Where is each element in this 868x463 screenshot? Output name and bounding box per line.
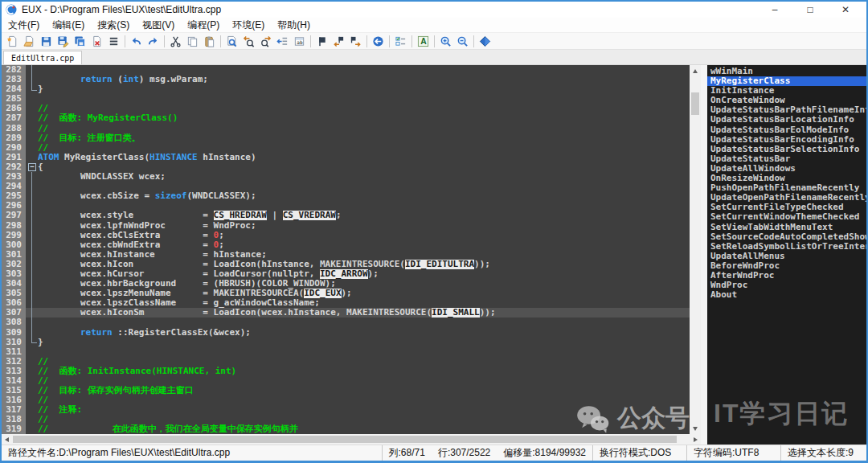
symbol-item[interactable]: UpdateStatusBarSelectionInfo	[707, 145, 866, 154]
symbol-item[interactable]: PushOpenPathFilenameRecently	[707, 183, 866, 193]
code-line[interactable]: 288//	[2, 124, 690, 133]
code-line[interactable]: 293 WNDCLASSEX wcex;	[2, 172, 690, 182]
code-line[interactable]: 316//	[2, 395, 690, 405]
code-line[interactable]: 300 wcex.cbWndExtra = 0;	[2, 240, 690, 250]
code-line[interactable]: 305 wcex.lpszMenuName = MAKEINTRESOURCEA…	[2, 289, 690, 298]
symbol-item[interactable]: UpdateStatusBarLocationInfo	[707, 115, 866, 125]
code-line[interactable]: 304 wcex.hbrBackground = (HBRUSH)(COLOR_…	[2, 279, 690, 289]
menu-item-v[interactable]: 视图(V)	[136, 18, 181, 33]
goto-line-icon[interactable]	[274, 34, 291, 48]
code-line[interactable]: 291ATOM MyRegisterClass(HINSTANCE hInsta…	[2, 153, 690, 162]
fold-marker-icon[interactable]: −	[26, 162, 38, 172]
splitter[interactable]	[701, 65, 707, 445]
zoom-in-icon[interactable]	[437, 34, 454, 48]
code-line[interactable]: 299 wcex.cbClsExtra = 0;	[2, 231, 690, 240]
code-line[interactable]: 284}	[2, 84, 690, 94]
open-file-icon[interactable]	[21, 34, 38, 48]
copy-icon[interactable]	[184, 34, 201, 48]
undo-icon[interactable]	[128, 34, 145, 48]
symbol-item[interactable]: About	[707, 290, 866, 300]
symbol-item[interactable]: SetCurrentFileTypeChecked	[707, 203, 866, 212]
symbol-item[interactable]: UpdateAllMenus	[707, 252, 866, 261]
symbol-item[interactable]: UpdateStatusBar	[707, 154, 866, 164]
menu-item-e[interactable]: 环境(E)	[226, 18, 271, 33]
symbol-item[interactable]: WndProc	[707, 281, 866, 290]
editor-vertical-scrollbar[interactable]	[690, 65, 701, 434]
vertical-scroll-thumb[interactable]	[691, 92, 699, 115]
close-icon[interactable]: ✕	[828, 2, 863, 18]
highlight-icon[interactable]: A	[415, 34, 432, 48]
symbol-item[interactable]: UpdateStatusBarEolModeInfo	[707, 125, 866, 135]
code-line[interactable]: 302 wcex.hIcon = LoadIcon(hInstance, MAK…	[2, 260, 690, 269]
scroll-right-icon[interactable]	[694, 437, 698, 442]
cut-icon[interactable]	[167, 34, 184, 48]
redo-icon[interactable]	[145, 34, 162, 48]
code-line[interactable]: 287// 函数: MyRegisterClass()	[2, 113, 690, 123]
code-line[interactable]: 308	[2, 318, 690, 327]
symbol-item-selected[interactable]: MyRegisterClass	[707, 76, 866, 86]
find-prev-icon[interactable]	[240, 34, 257, 48]
find-next-icon[interactable]	[257, 34, 274, 48]
paste-icon[interactable]	[201, 34, 218, 48]
symbol-item[interactable]: InitInstance	[707, 86, 866, 96]
code-line[interactable]: 307 wcex.hIconSm = LoadIcon(wcex.hInstan…	[2, 308, 690, 318]
horizontal-scroll-thumb[interactable]	[13, 436, 677, 443]
code-line[interactable]: 309 return ::RegisterClassEx(&wcex);	[2, 328, 690, 338]
symbol-item[interactable]: OnResizeWindow	[707, 174, 866, 183]
code-line[interactable]: 290//	[2, 143, 690, 153]
code-line[interactable]: 294	[2, 182, 690, 191]
symbol-item[interactable]: SetViewTabWidthMenuText	[707, 223, 866, 232]
menu-item-p[interactable]: 编程(P)	[181, 18, 226, 33]
code-line[interactable]: 303 wcex.hCursor = LoadCursor(nullptr, I…	[2, 269, 690, 279]
menu-item-s[interactable]: 搜索(S)	[91, 18, 136, 33]
tab-editultra-cpp[interactable]: EditUltra.cpp	[3, 51, 82, 64]
code-line[interactable]: 306 wcex.lpszClassName = g_acWindowClass…	[2, 298, 690, 308]
file-list-icon[interactable]	[105, 34, 122, 48]
zoom-out-icon[interactable]	[454, 34, 471, 48]
code-line[interactable]: 310}	[2, 338, 690, 347]
symbol-item[interactable]: BeforeWndProc	[707, 261, 866, 271]
minimize-icon[interactable]: –	[757, 2, 792, 18]
symbol-item[interactable]: SetSourceCodeAutoCompletedShowAf	[707, 232, 866, 242]
menu-item-e[interactable]: 编辑(E)	[46, 18, 91, 33]
editor-horizontal-scrollbar[interactable]	[2, 434, 701, 445]
menu-item-f[interactable]: 文件(F)	[2, 18, 46, 33]
bookmark-icon[interactable]	[313, 34, 330, 48]
symbol-item[interactable]: UpdateStatusBarEncodingInfo	[707, 135, 866, 145]
code-line[interactable]: 315// 目标: 保存实例句柄并创建主窗口	[2, 386, 690, 395]
maximize-icon[interactable]: □	[792, 2, 828, 18]
close-file-icon[interactable]	[88, 34, 105, 48]
code-line[interactable]: 282	[2, 65, 690, 75]
code-line[interactable]: 318//	[2, 415, 690, 424]
code-line[interactable]: 296	[2, 201, 690, 211]
symbol-item[interactable]: UpdateStatusBarPathFilenameInfo	[707, 105, 866, 115]
save-all-icon[interactable]	[72, 34, 88, 48]
find-icon[interactable]	[223, 34, 240, 48]
back-icon[interactable]	[370, 34, 387, 48]
scroll-left-icon[interactable]	[5, 437, 9, 442]
code-line[interactable]: 285	[2, 94, 690, 104]
code-line[interactable]: 313// 函数: InitInstance(HINSTANCE, int)	[2, 367, 690, 376]
code-line[interactable]: 295 wcex.cbSize = sizeof(WNDCLASSEX);	[2, 191, 690, 201]
code-line[interactable]: 317// 注释:	[2, 405, 690, 415]
symbol-item[interactable]: OnCreateWindow	[707, 96, 866, 105]
code-line[interactable]: 289// 目标: 注册窗口类。	[2, 133, 690, 143]
scroll-down-icon[interactable]	[693, 427, 698, 431]
symbol-item[interactable]: UpdateOpenPathFilenameRecently	[707, 193, 866, 203]
code-line[interactable]: 312//	[2, 357, 690, 367]
code-line[interactable]: 311	[2, 347, 690, 357]
code-line[interactable]: 319// 在此函数中，我们在全局变量中保存实例句柄并	[2, 424, 690, 434]
symbol-item[interactable]: AfterWndProc	[707, 271, 866, 281]
symbol-item[interactable]: UpdateAllWindows	[707, 164, 866, 174]
about-icon[interactable]	[477, 34, 493, 48]
checklist-icon[interactable]	[392, 34, 409, 48]
save-icon[interactable]	[38, 34, 55, 48]
scroll-up-icon[interactable]	[693, 69, 698, 73]
replace-icon[interactable]: ab	[291, 34, 308, 48]
save-as-icon[interactable]	[55, 34, 72, 48]
code-line[interactable]: 286//	[2, 104, 690, 113]
code-lines[interactable]: 282283 return (int) msg.wParam;284}28528…	[2, 65, 690, 434]
code-line[interactable]: 283 return (int) msg.wParam;	[2, 75, 690, 84]
bookmark-prev-icon[interactable]	[330, 34, 347, 48]
symbol-item[interactable]: SetReloadSymbolListOrTreeInterva	[707, 242, 866, 252]
